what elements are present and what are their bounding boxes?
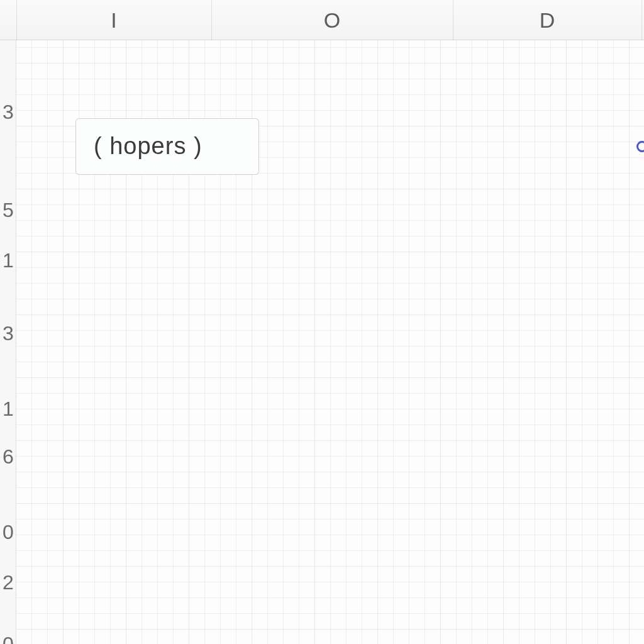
row-header[interactable]: 2	[0, 571, 16, 594]
row-header[interactable]: 3	[0, 101, 16, 124]
column-header[interactable]: D	[453, 0, 641, 40]
selection-handle-icon[interactable]	[636, 141, 644, 152]
active-cell-input[interactable]: ( hopers )	[75, 118, 259, 175]
column-header[interactable]: I	[16, 0, 211, 40]
row-header[interactable]: 1	[0, 397, 16, 421]
column-header-row: I O D	[0, 0, 644, 40]
row-header[interactable]: 0	[0, 521, 16, 544]
column-header[interactable]: O	[211, 0, 453, 40]
row-header[interactable]: 3	[0, 322, 16, 345]
row-header[interactable]: 5	[0, 199, 16, 222]
column-separator	[641, 0, 642, 40]
column-separator	[16, 0, 17, 40]
row-header[interactable]: 0	[0, 633, 16, 644]
column-separator	[453, 0, 453, 40]
row-header[interactable]: 1	[0, 249, 16, 272]
column-separator	[211, 0, 212, 40]
spreadsheet-grid[interactable]: I O D 3 5 1 3 1 6 0 2 0 ( hopers )	[0, 0, 644, 644]
row-header[interactable]: 6	[0, 445, 16, 469]
